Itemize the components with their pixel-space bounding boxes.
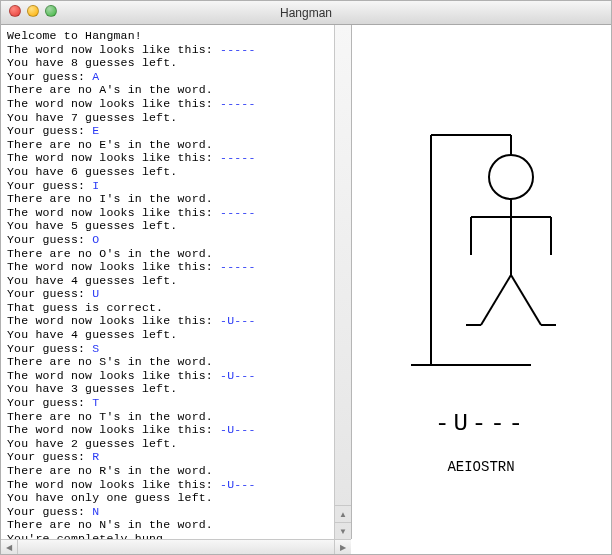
console-line: There are no A's in the word. [7,83,331,97]
console-line: The word now looks like this: -U--- [7,423,331,437]
console-segment: The word now looks like this: [7,314,220,327]
console-line: That guess is correct. [7,301,331,315]
console-segment: Your guess: [7,342,92,355]
console-line: The word now looks like this: -U--- [7,478,331,492]
console-segment: There are no R's in the word. [7,464,213,477]
console-line: You have 6 guesses left. [7,165,331,179]
console-segment: There are no I's in the word. [7,192,213,205]
console-segment: You have 4 guesses left. [7,274,177,287]
console-line: There are no O's in the word. [7,247,331,261]
console-segment: E [92,124,99,137]
console-line: You have 2 guesses left. [7,437,331,451]
console-wrap: Welcome to Hangman!The word now looks li… [1,25,352,539]
scroll-right-icon[interactable]: ▶ [334,540,351,554]
console-line: Your guess: U [7,287,331,301]
console-segment: There are no A's in the word. [7,83,213,96]
console-line: There are no S's in the word. [7,355,331,369]
app-window: Hangman Welcome to Hangman!The word now … [0,0,612,555]
scroll-track[interactable] [335,25,351,505]
console-segment: S [92,342,99,355]
console-segment: Your guess: [7,233,92,246]
close-icon[interactable] [9,5,21,17]
console-segment: Welcome to Hangman! [7,29,142,42]
console-segment: -U--- [220,369,256,382]
console-segment: Your guess: [7,287,92,300]
console-segment: Your guess: [7,179,92,192]
scroll-down-icon[interactable]: ▼ [335,522,351,539]
console-line: You have 7 guesses left. [7,111,331,125]
word-display: -U--- [435,410,527,437]
console-segment: U [92,287,99,300]
minimize-icon[interactable] [27,5,39,17]
zoom-icon[interactable] [45,5,57,17]
console-line: The word now looks like this: ----- [7,260,331,274]
console-line: You're completely hung. [7,532,331,539]
console-line: The word now looks like this: ----- [7,206,331,220]
console-line: Your guess: T [7,396,331,410]
console-segment: There are no S's in the word. [7,355,213,368]
console-segment: -U--- [220,478,256,491]
console-line: You have 4 guesses left. [7,328,331,342]
console-segment: Your guess: [7,70,92,83]
console-column: Welcome to Hangman!The word now looks li… [1,25,351,554]
console-segment: The word now looks like this: [7,478,220,491]
console-segment: R [92,450,99,463]
console-segment: -U--- [220,423,256,436]
console-segment: There are no E's in the word. [7,138,213,151]
console-segment: You have 3 guesses left. [7,382,177,395]
console-line: You have 3 guesses left. [7,382,331,396]
hangman-icon [391,125,571,375]
console-line: You have 5 guesses left. [7,219,331,233]
console-segment: Your guess: [7,505,92,518]
vertical-scrollbar[interactable]: ▲ ▼ [334,25,351,539]
console-line: Welcome to Hangman! [7,29,331,43]
console-segment: ----- [220,260,256,273]
console-segment: You're completely hung. [7,532,170,539]
console-segment: You have 2 guesses left. [7,437,177,450]
console-output: Welcome to Hangman!The word now looks li… [1,25,334,539]
console-segment: The word now looks like this: [7,260,220,273]
console-segment: The word now looks like this: [7,43,220,56]
console-segment: Your guess: [7,396,92,409]
horizontal-scrollbar[interactable]: ◀ ▶ [1,539,351,554]
console-segment: ----- [220,151,256,164]
console-segment: The word now looks like this: [7,206,220,219]
console-line: The word now looks like this: -U--- [7,369,331,383]
console-segment: The word now looks like this: [7,97,220,110]
console-segment: You have 7 guesses left. [7,111,177,124]
console-segment: ----- [220,206,256,219]
console-line: You have 8 guesses left. [7,56,331,70]
console-line: Your guess: E [7,124,331,138]
console-segment: The word now looks like this: [7,369,220,382]
console-line: Your guess: R [7,450,331,464]
console-segment: You have 6 guesses left. [7,165,177,178]
console-segment: Your guess: [7,450,92,463]
console-segment: -U--- [220,314,256,327]
console-line: Your guess: O [7,233,331,247]
console-segment: ----- [220,97,256,110]
console-line: You have only one guess left. [7,491,331,505]
scroll-up-icon[interactable]: ▲ [335,505,351,522]
content-area: Welcome to Hangman!The word now looks li… [1,25,611,554]
console-segment: O [92,233,99,246]
window-controls [9,5,57,17]
console-line: The word now looks like this: -U--- [7,314,331,328]
console-segment: You have 5 guesses left. [7,219,177,232]
titlebar: Hangman [1,1,611,25]
console-line: Your guess: I [7,179,331,193]
console-segment: ----- [220,43,256,56]
console-segment: Your guess: [7,124,92,137]
console-segment: There are no O's in the word. [7,247,213,260]
console-line: The word now looks like this: ----- [7,97,331,111]
window-title: Hangman [1,6,611,20]
console-segment: N [92,505,99,518]
console-line: The word now looks like this: ----- [7,151,331,165]
console-segment: The word now looks like this: [7,423,220,436]
console-line: Your guess: S [7,342,331,356]
gallows-drawing [391,125,571,375]
console-line: There are no I's in the word. [7,192,331,206]
console-segment: There are no T's in the word. [7,410,213,423]
console-line: There are no N's in the word. [7,518,331,532]
console-segment: That guess is correct. [7,301,163,314]
scroll-left-icon[interactable]: ◀ [1,540,18,554]
